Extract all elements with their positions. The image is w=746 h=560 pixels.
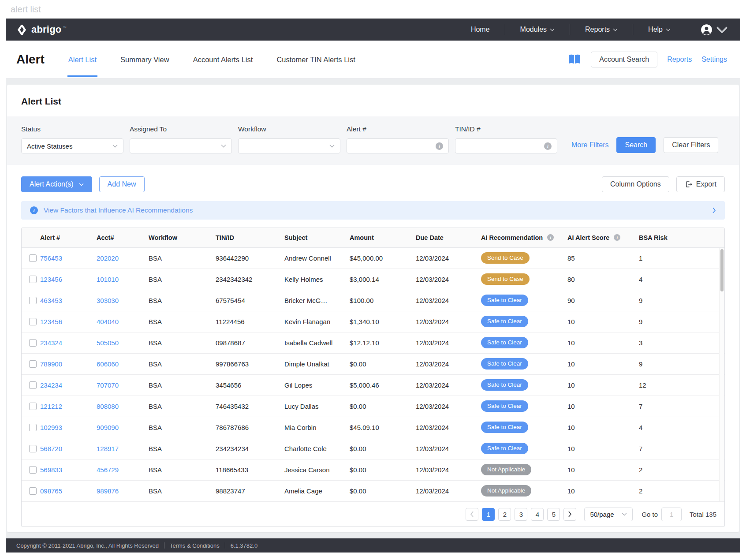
main-content: Alert List Status Active Statuses Assign… <box>6 78 740 538</box>
filter-input[interactable]: i <box>347 138 449 153</box>
alert-number-link[interactable]: 123456 <box>40 318 62 325</box>
alert-number-link[interactable]: 234234 <box>40 381 62 389</box>
alert-number-link[interactable]: 121212 <box>40 403 62 410</box>
user-menu[interactable] <box>686 24 728 36</box>
account-number-link[interactable]: 404040 <box>97 318 119 325</box>
ai-alert-score-cell: 10 <box>567 466 575 474</box>
row-checkbox[interactable] <box>29 318 37 325</box>
more-filters-link[interactable]: More Filters <box>571 141 608 149</box>
export-icon <box>685 180 693 188</box>
ai-alert-score-cell: 10 <box>567 403 575 410</box>
alert-number-link[interactable]: 463453 <box>40 297 62 304</box>
column-options-button[interactable]: Column Options <box>602 176 669 192</box>
amount-cell: $0.00 <box>350 487 366 495</box>
account-number-link[interactable]: 505050 <box>97 339 119 347</box>
column-header[interactable]: TIN/ID <box>216 228 284 247</box>
row-checkbox[interactable] <box>29 297 37 304</box>
account-number-link[interactable]: 128917 <box>97 445 119 452</box>
row-checkbox[interactable] <box>29 254 37 262</box>
topnav-item[interactable]: Reports <box>570 24 633 35</box>
bsa-risk-cell: 9 <box>639 318 642 325</box>
export-button[interactable]: Export <box>676 176 725 192</box>
filter-select[interactable]: Active Statuses <box>21 138 123 153</box>
row-checkbox[interactable] <box>29 339 37 347</box>
alert-number-link[interactable]: 569833 <box>40 466 62 474</box>
clear-filters-button[interactable]: Clear Filters <box>664 137 718 153</box>
reports-link[interactable]: Reports <box>667 56 692 63</box>
goto-page-input[interactable] <box>661 508 682 521</box>
alert-number-link[interactable]: 234324 <box>40 339 62 347</box>
row-checkbox[interactable] <box>29 487 37 495</box>
topnav-item[interactable]: Home <box>456 24 505 35</box>
column-header[interactable]: AI Alert Score i <box>567 228 639 247</box>
filter-select[interactable] <box>130 138 232 153</box>
filter-select[interactable] <box>238 138 340 153</box>
account-search-button[interactable]: Account Search <box>591 52 657 67</box>
column-header[interactable]: Amount <box>350 228 416 247</box>
filter-input[interactable]: i <box>455 138 557 153</box>
info-icon[interactable]: i <box>547 234 554 241</box>
alert-actions-button[interactable]: Alert Action(s) <box>21 176 92 192</box>
tab[interactable]: Customer TIN Alerts List <box>276 42 356 77</box>
alert-number-link[interactable]: 568720 <box>40 445 62 452</box>
scrollbar-thumb[interactable] <box>720 249 724 291</box>
topnav-item[interactable]: Modules <box>505 24 570 35</box>
alert-number-link[interactable]: 102993 <box>40 424 62 431</box>
row-checkbox[interactable] <box>29 276 37 283</box>
workflow-cell: BSA <box>149 424 162 431</box>
tab[interactable]: Summary View <box>119 42 170 77</box>
column-header[interactable]: Alert # <box>40 228 97 247</box>
pagination-page-button[interactable]: 3 <box>515 508 527 521</box>
knowledge-book-icon[interactable] <box>568 54 581 65</box>
pagination-page-button[interactable]: 1 <box>482 508 495 521</box>
pagination-next-button[interactable] <box>563 508 576 521</box>
account-number-link[interactable]: 808080 <box>97 403 119 410</box>
alert-number-link[interactable]: 789900 <box>40 360 62 368</box>
account-number-link[interactable]: 707070 <box>97 381 119 389</box>
row-checkbox[interactable] <box>29 381 37 389</box>
account-number-link[interactable]: 101010 <box>97 276 119 283</box>
tab[interactable]: Alert List <box>67 42 97 77</box>
alert-number-link[interactable]: 098765 <box>40 487 62 495</box>
account-number-link[interactable]: 202020 <box>97 254 119 262</box>
trademark: ™ <box>63 26 66 30</box>
due-date-cell: 12/03/2024 <box>416 487 449 495</box>
subject-cell: Kevin Flanagan <box>284 318 330 325</box>
page-size-select[interactable]: 50/page <box>584 508 633 521</box>
column-header[interactable]: Workflow <box>149 228 216 247</box>
row-checkbox[interactable] <box>29 424 37 431</box>
ai-factors-banner[interactable]: i View Factors that Influence AI Recomme… <box>21 201 725 220</box>
topnav-item[interactable]: Help <box>633 24 686 35</box>
column-header[interactable]: AI Recommendation i <box>481 228 567 247</box>
terms-link[interactable]: Terms & Conditions <box>170 542 220 549</box>
abrigo-logo[interactable]: abrigo ™ <box>16 24 66 35</box>
pagination-page-button[interactable]: 2 <box>498 508 511 521</box>
goto-label: Go to <box>642 511 658 518</box>
row-checkbox[interactable] <box>29 360 37 368</box>
column-header[interactable]: BSA Risk <box>639 228 724 247</box>
search-button[interactable]: Search <box>616 137 656 153</box>
account-number-link[interactable]: 909090 <box>97 424 119 431</box>
account-number-link[interactable]: 303030 <box>97 297 119 304</box>
row-checkbox[interactable] <box>29 445 37 452</box>
account-number-link[interactable]: 456729 <box>97 466 119 474</box>
settings-link[interactable]: Settings <box>701 56 727 63</box>
tab[interactable]: Account Alerts List <box>192 42 254 77</box>
column-header[interactable]: Due Date <box>416 228 481 247</box>
account-number-link[interactable]: 989876 <box>97 487 119 495</box>
account-number-link[interactable]: 606060 <box>97 360 119 368</box>
window-title: alert list <box>0 0 746 19</box>
pagination-page-button[interactable]: 4 <box>531 508 544 521</box>
alert-number-link[interactable]: 756453 <box>40 254 62 262</box>
add-new-button[interactable]: Add New <box>99 176 145 192</box>
pagination-prev-button[interactable] <box>466 508 478 521</box>
row-checkbox[interactable] <box>29 466 37 474</box>
column-header[interactable]: Acct# <box>97 228 149 247</box>
filter-label: Assigned To <box>130 125 232 133</box>
column-header[interactable]: Subject <box>284 228 350 247</box>
info-icon[interactable]: i <box>614 234 620 241</box>
alert-number-link[interactable]: 123456 <box>40 276 62 283</box>
pagination-page-button[interactable]: 5 <box>547 508 560 521</box>
row-checkbox[interactable] <box>29 403 37 410</box>
table-scrollbar[interactable] <box>719 248 724 501</box>
